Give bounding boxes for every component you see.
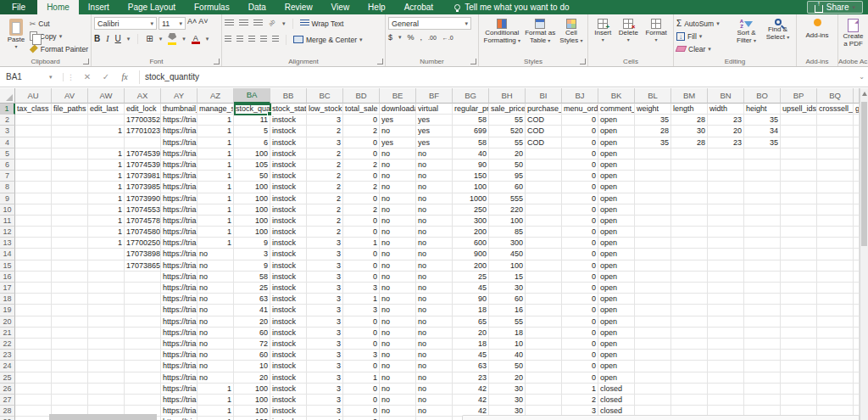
cell-BD26[interactable]: 0 [343, 384, 380, 395]
cell-AV11[interactable] [52, 216, 88, 227]
cell-BO25[interactable] [744, 372, 781, 384]
cell-BB28[interactable]: instock [270, 406, 307, 417]
column-header-BC[interactable]: BC [307, 88, 343, 104]
cell-BA12[interactable]: 100 [234, 227, 270, 238]
cell-partial23[interactable] [854, 350, 860, 361]
cell-BB20[interactable]: instock [270, 316, 307, 328]
cell-partial2[interactable] [854, 115, 860, 126]
cell-BI17[interactable] [526, 283, 562, 294]
cell-BF27[interactable]: no [416, 395, 453, 406]
cell-AU11[interactable] [15, 216, 52, 227]
cell-BE16[interactable]: no [380, 272, 416, 283]
paste-button[interactable]: Paste ▾ [3, 17, 30, 57]
cell-BM15[interactable] [671, 260, 708, 272]
cell-BI4[interactable]: COD [526, 137, 562, 148]
cell-BN12[interactable] [708, 227, 744, 238]
font-color-dropdown-icon[interactable]: ▾ [206, 36, 209, 42]
cell-BP5[interactable] [781, 148, 817, 160]
cell-BQ17[interactable] [817, 283, 854, 294]
cell-AY4[interactable]: https://tria [161, 137, 198, 148]
cell-BC7[interactable]: 2 [307, 171, 343, 182]
addins-button[interactable]: Add-ins [804, 17, 830, 57]
cell-BH15[interactable]: 100 [489, 260, 526, 272]
cell-BP6[interactable] [781, 160, 817, 171]
cell-AZ10[interactable]: 1 [198, 204, 234, 216]
cell-AX3[interactable]: 1770102331 [125, 126, 161, 137]
cell-AW13[interactable]: 1 [88, 238, 125, 249]
cell-AW7[interactable]: 1 [88, 171, 125, 182]
cell-AZ3[interactable]: 1 [198, 126, 234, 137]
cell-BO5[interactable] [744, 148, 781, 160]
cell-BL9[interactable] [635, 193, 671, 204]
enter-icon[interactable]: ✓ [97, 72, 115, 81]
cell-AZ26[interactable]: 1 [198, 384, 234, 395]
cell-BE11[interactable]: no [380, 216, 416, 227]
cell-BJ17[interactable]: 0 [562, 283, 598, 294]
cell-BF14[interactable]: no [416, 249, 453, 260]
cell-BK5[interactable]: open [598, 148, 635, 160]
scroll-up-icon[interactable] [862, 92, 867, 96]
cell-BA8[interactable]: 100 [234, 182, 270, 193]
cell-BN27[interactable] [708, 395, 744, 406]
row-header-5[interactable]: 5 [0, 148, 15, 160]
cell-BH7[interactable]: 95 [489, 171, 526, 182]
cell-BQ16[interactable] [817, 272, 854, 283]
cell-BO26[interactable] [744, 384, 781, 395]
cell-AZ2[interactable]: 1 [198, 115, 234, 126]
cell-AY25[interactable]: https://tria [161, 372, 198, 384]
cell-BC6[interactable]: 2 [307, 160, 343, 171]
cell-BF17[interactable]: no [416, 283, 453, 294]
cell-partial7[interactable] [854, 171, 860, 182]
fill-color-dropdown-icon[interactable]: ▾ [182, 36, 186, 42]
cell-BI7[interactable] [526, 171, 562, 182]
cell-BC21[interactable]: 3 [307, 328, 343, 339]
cell-AW22[interactable] [88, 339, 125, 350]
cell-BF3[interactable]: yes [416, 126, 453, 137]
cell-BB27[interactable]: instock [270, 395, 307, 406]
cell-AU8[interactable] [15, 182, 52, 193]
cell-BN18[interactable] [708, 294, 744, 305]
cell-BI9[interactable] [526, 193, 562, 204]
cell-AX14[interactable]: 1707389846 [125, 249, 161, 260]
cell-BF8[interactable]: no [416, 182, 453, 193]
cell-AY15[interactable]: https://tria [161, 260, 198, 272]
cell-BM26[interactable] [671, 384, 708, 395]
cell-BM13[interactable] [671, 238, 708, 249]
cell-BA5[interactable]: 100 [234, 148, 270, 160]
cell-BL15[interactable] [635, 260, 671, 272]
cell-BJ7[interactable]: 0 [562, 171, 598, 182]
cell-BM3[interactable]: 30 [671, 126, 708, 137]
delete-cells-button[interactable]: × Delete ▾ [617, 17, 640, 57]
cell-BE27[interactable]: no [380, 395, 416, 406]
cell-BA23[interactable]: 60 [234, 350, 270, 361]
cell-BA11[interactable]: 100 [234, 216, 270, 227]
cell-AZ27[interactable]: 1 [198, 395, 234, 406]
cell-BL22[interactable] [635, 339, 671, 350]
cell-AU24[interactable] [15, 361, 52, 372]
cell-AU25[interactable] [15, 372, 52, 384]
cell-BH26[interactable]: 30 [489, 384, 526, 395]
cell-BJ13[interactable]: 0 [562, 238, 598, 249]
cell-BE10[interactable]: no [380, 204, 416, 216]
cell-BJ6[interactable]: 0 [562, 160, 598, 171]
cell-BF22[interactable]: no [416, 339, 453, 350]
cell-AY8[interactable]: https://tria [161, 182, 198, 193]
cell-BP9[interactable] [781, 193, 817, 204]
cell-BQ4[interactable] [817, 137, 854, 148]
cell-AV4[interactable] [52, 137, 88, 148]
cell-BN5[interactable] [708, 148, 744, 160]
cell-BJ19[interactable]: 0 [562, 305, 598, 316]
cell-BN8[interactable] [708, 182, 744, 193]
cell-BE19[interactable]: no [380, 305, 416, 316]
cell-BH11[interactable]: 100 [489, 216, 526, 227]
cell-BD10[interactable]: 2 [343, 204, 380, 216]
row-header-3[interactable]: 3 [0, 126, 15, 137]
column-header-BN[interactable]: BN [708, 88, 744, 104]
cell-BH13[interactable]: 300 [489, 238, 526, 249]
cell-BG9[interactable]: 1000 [453, 193, 489, 204]
cell-BJ27[interactable]: 2 [562, 395, 598, 406]
cell-BA21[interactable]: 60 [234, 328, 270, 339]
cell-BH22[interactable]: 10 [489, 339, 526, 350]
accounting-format-button[interactable]: $ [388, 33, 392, 42]
cell-AV26[interactable] [52, 384, 88, 395]
